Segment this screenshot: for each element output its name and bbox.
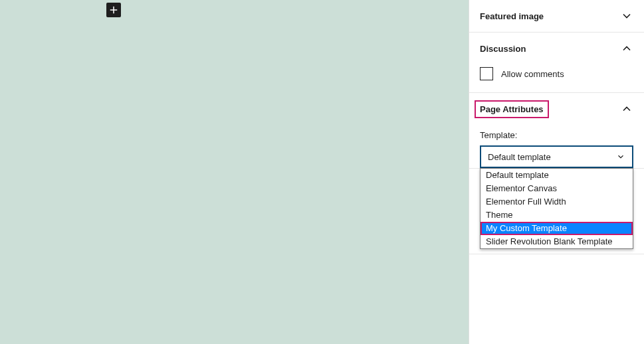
- panel-page-attributes: Page Attributes Template: Default templa…: [469, 93, 644, 169]
- panel-page-attributes-toggle[interactable]: Page Attributes: [469, 93, 644, 125]
- panel-featured-image: Featured image: [469, 0, 644, 33]
- template-option[interactable]: Elementor Canvas: [481, 182, 633, 195]
- plus-icon: [108, 4, 120, 16]
- panel-discussion: Discussion Allow comments: [469, 33, 644, 93]
- allow-comments-checkbox[interactable]: [480, 67, 493, 80]
- template-dropdown: Default template Elementor Canvas Elemen…: [480, 168, 633, 249]
- panel-featured-image-toggle[interactable]: Featured image: [469, 0, 644, 32]
- panel-title: Discussion: [480, 44, 526, 54]
- panel-discussion-toggle[interactable]: Discussion: [469, 33, 644, 64]
- template-option[interactable]: Theme: [481, 209, 633, 222]
- allow-comments-label: Allow comments: [501, 69, 564, 79]
- allow-comments-row: Allow comments: [469, 67, 644, 92]
- chevron-down-icon: [620, 9, 633, 23]
- chevron-up-icon: [620, 102, 633, 116]
- template-option[interactable]: Slider Revolution Blank Template: [481, 235, 633, 248]
- template-label: Template:: [469, 125, 644, 145]
- template-select[interactable]: Default template: [480, 145, 633, 168]
- panel-title-highlight: Page Attributes: [475, 100, 549, 118]
- panel-title: Page Attributes: [480, 104, 544, 114]
- panel-title: Featured image: [480, 11, 544, 21]
- template-option-highlighted[interactable]: My Custom Template: [481, 222, 633, 235]
- template-selected-value: Default template: [488, 152, 551, 162]
- template-option[interactable]: Default template: [481, 169, 633, 182]
- template-option[interactable]: Elementor Full Width: [481, 195, 633, 209]
- chevron-up-icon: [620, 42, 633, 55]
- editor-canvas[interactable]: [0, 0, 469, 344]
- chevron-down-icon: [616, 152, 625, 161]
- settings-sidebar: Featured image Discussion Allow comments: [469, 0, 644, 344]
- add-block-button[interactable]: [106, 3, 121, 17]
